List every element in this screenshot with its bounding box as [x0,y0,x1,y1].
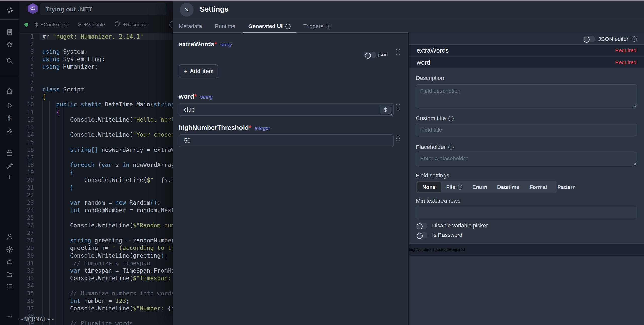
tab-triggers[interactable]: Triggers [298,19,337,33]
inspector-row-word[interactable]: word Required [409,57,644,69]
code-line-4[interactable]: 4using System.Linq; [19,55,173,63]
min-textarea-rows-input[interactable] [416,206,637,219]
tab-metadata[interactable]: Metadata [173,19,208,33]
code-line-21[interactable]: 21 } [19,184,173,191]
building-icon[interactable] [4,27,15,38]
resize-handle-icon[interactable] [633,104,636,107]
info-icon[interactable] [448,145,454,150]
json-editor-toggle[interactable] [583,36,595,42]
plus-icon[interactable]: + [4,172,15,182]
inspector-row-extrawords[interactable]: extraWords Required [409,45,644,57]
script-title-field[interactable]: Trying out .NET [40,3,166,15]
code-line-24[interactable]: 24 int randomNumber = random.Next( [19,206,173,214]
clock-icon[interactable] [169,21,173,28]
code-line-7[interactable]: 7 [19,78,173,86]
placeholder-input[interactable]: Enter a placeholder [416,152,637,166]
arrow-right-icon[interactable]: → [4,310,15,321]
is-password-toggle[interactable] [416,232,427,238]
code-line-33[interactable]: 33 Console.WriteLine($"Timespan: { [19,274,173,282]
tab-generated-ui[interactable]: Generated UI [243,19,296,33]
code-line-37[interactable]: 37 Console.WriteLine($"Number: {nu [19,305,173,312]
inspector-row-highnumberthreshold[interactable]: highNumberThreshold Required [409,243,644,256]
code-line-5[interactable]: 5using Humanizer; [19,63,173,70]
disable-variable-picker-toggle[interactable] [416,223,427,229]
add-item-button[interactable]: + Add item [179,64,218,78]
segment-file[interactable]: File [441,182,467,192]
code-line-28[interactable]: 28 string greeting = randomNumber > [19,237,173,244]
code-line-32[interactable]: 32 var timespan = TimeSpan.FromMinu [19,267,173,274]
code-line-6[interactable]: 6 [19,70,173,78]
code-line-20[interactable]: 20 Console.WriteLine($" {s.Plu [19,176,173,184]
code-line-8[interactable]: 8class Script [19,86,173,93]
code-line-15[interactable]: 15 [19,138,173,146]
code-line-26[interactable]: 26 Console.WriteLine($"Random numbe [19,222,173,229]
home-icon[interactable] [4,86,15,96]
indent-guide [42,101,43,325]
drag-handle-icon[interactable] [396,135,400,142]
code-line-3[interactable]: 3using System; [19,48,173,55]
flow-icon[interactable] [4,161,15,171]
segment-datetime[interactable]: Datetime [492,182,525,192]
drag-handle-icon[interactable] [396,104,400,111]
code-editor[interactable]: 1#r "nuget: Humanizer, 2.14.1"23using Sy… [19,33,173,325]
code-line-13[interactable]: 13 [19,123,173,131]
cubes-icon[interactable] [4,126,15,137]
indent-guide [63,101,63,325]
code-line-30[interactable]: 30 Console.WriteLine(greeting); [19,252,173,259]
code-line-25[interactable]: 25 [19,214,173,222]
person-icon[interactable] [4,231,15,242]
code-line-36[interactable]: 36 int number = 123; [19,297,173,305]
segment-none[interactable]: None [417,182,441,192]
info-icon[interactable] [326,24,331,29]
info-icon[interactable] [448,116,454,121]
tab-runtime[interactable]: Runtime [209,19,241,33]
segment-enum[interactable]: Enum [467,182,492,192]
code-line-12[interactable]: 12 Console.WriteLine("Hello, World [19,116,173,123]
play-icon[interactable] [4,100,15,111]
folder-icon[interactable] [4,269,15,280]
custom-title-input[interactable]: Field title [416,123,637,136]
word-input[interactable]: clue $ [179,103,394,116]
info-icon[interactable] [458,185,462,190]
calendar-icon[interactable] [4,148,15,158]
code-line-14[interactable]: 14 Console.WriteLine("Your chosen w [19,131,173,138]
csharp-logo-text: C# [30,6,35,11]
code-line-29[interactable]: 29 greeting += " (according to the [19,244,173,252]
robot-icon[interactable] [4,257,15,267]
drag-handle-icon[interactable] [396,49,400,55]
resize-handle-icon[interactable] [633,163,636,165]
code-line-34[interactable]: 34 [19,282,173,290]
highnumberthreshold-input[interactable]: 50 [179,134,394,147]
line-number: 13 [19,124,34,130]
info-icon[interactable] [632,36,637,42]
code-line-19[interactable]: 19 { [19,169,173,176]
code-line-35[interactable]: 35 // Humanize numbers into words [19,290,173,297]
info-icon[interactable] [285,24,291,29]
star-icon[interactable] [4,39,15,50]
toolbar--context-var-button[interactable]: $+Context var [35,21,69,28]
toolbar--variable-button[interactable]: $+Variable [78,21,105,28]
segment-format[interactable]: Format [525,182,552,192]
code-line-22[interactable]: 22 [19,191,173,199]
close-icon[interactable]: × [180,3,194,17]
code-line-2[interactable]: 2 [19,40,173,48]
code-line-9[interactable]: 9{ [19,93,173,101]
resize-handle-icon[interactable] [390,112,392,115]
code-line-23[interactable]: 23 var random = new Random(); [19,199,173,206]
code-line-27[interactable]: 27 [19,229,173,237]
code-line-18[interactable]: 18 foreach (var s in newWordArray) [19,161,173,169]
code-line-16[interactable]: 16 string[] newWordArray = extraWo [19,146,173,154]
gear-icon[interactable] [4,244,15,255]
list-icon[interactable] [4,281,15,292]
dollar-icon[interactable]: $ [4,113,15,123]
code-line-1[interactable]: 1#r "nuget: Humanizer, 2.14.1" [19,33,173,40]
search-icon[interactable] [4,56,15,66]
toolbar--resource-button[interactable]: +Resource [114,21,147,29]
segment-pattern[interactable]: Pattern [552,182,581,192]
code-line-11[interactable]: 11 { [19,108,173,116]
code-line-17[interactable]: 17 [19,154,173,161]
description-textarea[interactable]: Field description [416,84,637,108]
code-line-10[interactable]: 10 public static DateTime Main(string[ [19,101,173,108]
json-toggle[interactable] [364,52,376,58]
code-line-31[interactable]: 31 // Humanize a timespan [19,259,173,267]
